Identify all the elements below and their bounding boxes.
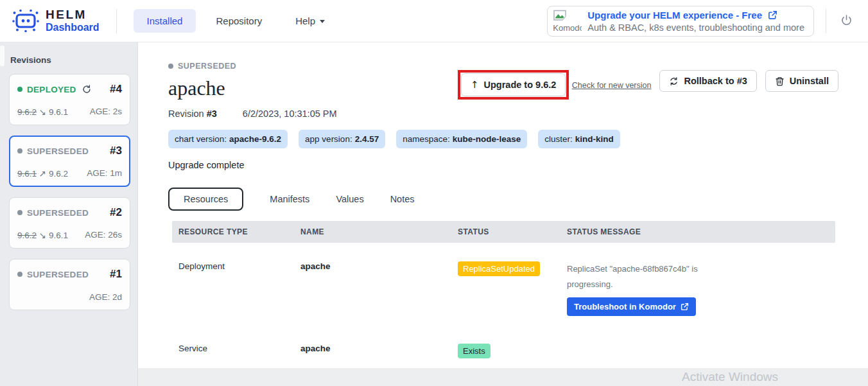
badge-label: chart version: <box>175 134 227 144</box>
revisions-sidebar: Revisions DEPLOYED #4 9.6.2 <box>0 42 138 386</box>
badge-label: namespace: <box>403 134 450 144</box>
chart-version-badge: chart version:apache-9.6.2 <box>168 130 288 148</box>
status-badge: ReplicaSetUpdated <box>458 261 540 276</box>
version-from: 9.6.2 <box>17 107 37 117</box>
cluster-badge: cluster:kind-kind <box>538 130 620 148</box>
helm-logo-icon <box>12 8 40 33</box>
revision-status: SUPERSEDED <box>17 208 89 218</box>
check-new-version-link[interactable]: Check for new version <box>572 81 652 90</box>
release-status: SUPERSEDED <box>168 62 337 71</box>
table-row-deployment: Deployment apache ReplicaSetUpdated Repl… <box>172 250 835 327</box>
upgrade-button[interactable]: ↑ Upgrade to 9.6.2 <box>461 73 566 96</box>
revision-age: AGE: 2s <box>90 107 122 117</box>
rollback-button[interactable]: Rollback to #3 <box>659 70 756 92</box>
logo-title: HELM <box>46 8 100 22</box>
revision-age: AGE: 26s <box>85 230 122 240</box>
col-status-message: STATUS MESSAGE <box>567 227 835 236</box>
troubleshoot-button-label: Troubleshoot in Komodor <box>574 302 676 311</box>
revision-number: #1 <box>110 268 122 281</box>
page-body: Revisions DEPLOYED #4 9.6.2 <box>0 42 868 386</box>
tab-notes[interactable]: Notes <box>390 194 415 204</box>
uninstall-button-label: Uninstall <box>790 76 829 86</box>
upgrade-highlight-box: ↑ Upgrade to 9.6.2 <box>458 70 569 100</box>
tab-manifests[interactable]: Manifests <box>270 194 309 204</box>
rollback-icon <box>669 76 679 86</box>
resource-type-cell: Deployment <box>178 261 300 271</box>
namespace-badge: namespace:kube-node-lease <box>396 130 527 148</box>
resources-table: RESOURCE TYPE NAME STATUS STATUS MESSAGE… <box>172 221 835 367</box>
revision-versions: 9.6.2 ↘ 9.6.1 <box>17 107 68 117</box>
troubleshoot-button[interactable]: Troubleshoot in Komodor <box>567 297 696 316</box>
revision-card-4[interactable]: DEPLOYED #4 9.6.2 ↘ 9.6.1 AGE: 2s <box>9 74 130 125</box>
banner-subtitle: Auth & RBAC, k8s events, troubleshooting… <box>587 22 804 33</box>
revisions-title: Revisions <box>10 55 130 65</box>
revision-card-3[interactable]: SUPERSEDED #3 9.6.1 ↗ 9.6.2 AGE: 1m <box>9 136 130 187</box>
resource-name-cell: apache <box>300 344 458 353</box>
release-actions: ↑ Upgrade to 9.6.2 Check for new version <box>458 70 838 100</box>
tab-repository[interactable]: Repository <box>202 9 275 33</box>
external-link-icon <box>681 303 689 311</box>
revision-status-label: SUPERSEDED <box>27 146 89 156</box>
release-timestamp: 6/2/2023, 10:31:05 PM <box>243 109 337 119</box>
revision-age: AGE: 2d <box>89 292 122 302</box>
revision-status: SUPERSEDED <box>17 146 89 156</box>
revision-card-1[interactable]: SUPERSEDED #1 AGE: 2d <box>9 259 130 310</box>
badge-value: apache-9.6.2 <box>229 134 281 144</box>
detail-tabs: Resources Manifests Values Notes <box>168 188 838 211</box>
version-change-arrow-icon: ↗ <box>39 168 46 179</box>
version-to: 9.6.2 <box>49 169 68 179</box>
status-message-text: ReplicaSet "apache-68fb867c4b" is progre… <box>567 261 707 292</box>
main-area: SUPERSEDED apache Revision #3 6/2/2023, … <box>138 42 868 386</box>
release-status-message: Upgrade complete <box>168 160 838 170</box>
revision-status-label: SUPERSEDED <box>27 270 89 279</box>
revision-status-label: DEPLOYED <box>27 85 76 94</box>
upgrade-action-group: ↑ Upgrade to 9.6.2 Check for new version <box>458 70 652 100</box>
trash-icon <box>775 76 785 86</box>
revision-status: DEPLOYED <box>17 85 91 94</box>
badge-value: kind-kind <box>575 134 614 144</box>
komodor-banner[interactable]: Komodor Upgrade your HELM experience - F… <box>547 6 814 37</box>
status-dot <box>17 272 22 277</box>
redeploy-icon[interactable] <box>82 85 91 94</box>
status-dot <box>17 87 22 92</box>
table-row-service: Service apache Exists <box>172 335 835 367</box>
sidebar-scrollbar[interactable] <box>0 46 4 66</box>
tab-resources[interactable]: Resources <box>168 188 243 211</box>
revision-status-label: SUPERSEDED <box>27 208 89 218</box>
app-version-badge: app version:2.4.57 <box>299 130 385 148</box>
version-to: 9.6.1 <box>49 231 68 240</box>
banner-image-alt: Komodor <box>553 23 582 33</box>
status-cell: Exists <box>458 344 567 358</box>
version-change-arrow-icon: ↘ <box>39 107 46 117</box>
tab-help-label: Help <box>295 15 315 26</box>
main-nav: Installed Repository Help <box>134 9 338 33</box>
version-change-arrow-icon: ↘ <box>39 230 46 240</box>
version-to: 9.6.1 <box>49 107 68 117</box>
release-info: SUPERSEDED apache Revision #3 6/2/2023, … <box>168 62 337 119</box>
activate-windows-watermark: Activate Windows <box>682 370 778 384</box>
shutdown-button[interactable] <box>838 12 855 31</box>
revision-number: #2 <box>110 206 122 219</box>
revision-line: Revision #3 6/2/2023, 10:31:05 PM <box>168 109 337 119</box>
banner-text: Upgrade your HELM experience - Free Auth… <box>587 10 804 33</box>
revision-card-2[interactable]: SUPERSEDED #2 9.6.2 ↘ 9.6.1 AGE: 26s <box>9 197 130 249</box>
logo-subtitle: Dashboard <box>46 22 100 33</box>
revision-number: #3 <box>110 145 122 157</box>
col-name: NAME <box>300 227 458 236</box>
header-divider-2 <box>826 9 826 33</box>
logo-text: HELM Dashboard <box>46 8 100 33</box>
upgrade-button-label: Upgrade to 9.6.2 <box>484 80 557 90</box>
badge-label: cluster: <box>544 134 573 144</box>
table-header: RESOURCE TYPE NAME STATUS STATUS MESSAGE <box>172 221 835 243</box>
tab-installed[interactable]: Installed <box>134 9 196 33</box>
helm-dashboard-logo[interactable]: HELM Dashboard <box>12 8 100 33</box>
status-dot <box>17 148 22 154</box>
revision-age: AGE: 1m <box>87 168 122 179</box>
revision-versions: 9.6.1 ↗ 9.6.2 <box>17 168 68 179</box>
badge-label: app version: <box>305 134 352 144</box>
tab-values[interactable]: Values <box>336 194 363 204</box>
chevron-down-icon <box>320 20 325 23</box>
top-header: HELM Dashboard Installed Repository Help… <box>0 0 868 42</box>
tab-help[interactable]: Help <box>282 9 338 33</box>
uninstall-button[interactable]: Uninstall <box>765 70 838 92</box>
